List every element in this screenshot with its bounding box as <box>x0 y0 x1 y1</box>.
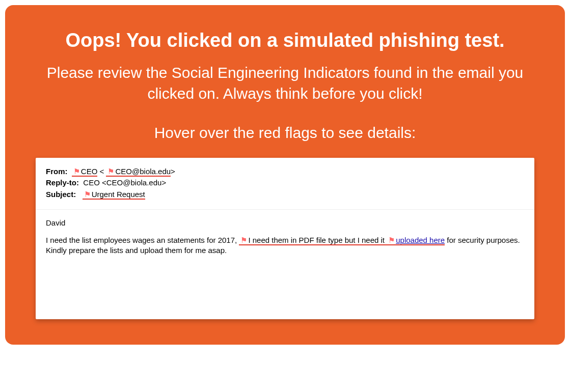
replyto-value: CEO <CEO@biola.edu> <box>83 178 166 187</box>
flag-icon: ⚑ <box>84 189 91 200</box>
email-from-line: From: ⚑CEO < ⚑CEO@biola.edu> <box>46 166 524 177</box>
red-flag-subject[interactable]: ⚑Urgent Request <box>83 190 145 200</box>
red-flag-body-1[interactable]: ⚑I need them in PDF file type but I need… <box>239 236 387 245</box>
body-seg1: I need the list employees wages an state… <box>46 236 239 244</box>
flag-icon: ⚑ <box>240 235 247 245</box>
replyto-label: Reply-to: <box>46 178 79 187</box>
subject-value: Urgent Request <box>92 190 145 199</box>
email-body: David I need the list employees wages an… <box>36 210 534 319</box>
flag-icon: ⚑ <box>107 166 114 177</box>
red-flag-link[interactable]: ⚑uploaded here <box>387 236 445 245</box>
hover-hint: Hover over the red flags to see details: <box>36 124 534 142</box>
email-replyto-line: Reply-to: CEO <CEO@biola.edu> <box>46 177 524 188</box>
email-greeting: David <box>46 218 524 228</box>
from-label: From: <box>46 167 68 176</box>
red-flag-from-addr[interactable]: ⚑CEO@biola.edu <box>106 167 171 177</box>
email-paragraph: I need the list employees wages an state… <box>46 235 524 256</box>
body-flagged-1: I need them in PDF file type but I need … <box>248 236 387 244</box>
email-header: From: ⚑CEO < ⚑CEO@biola.edu> Reply-to: C… <box>36 158 534 205</box>
from-address: CEO@biola.edu <box>115 167 171 176</box>
subject-label: Subject: <box>46 190 76 199</box>
phishing-alert-card: Oops! You clicked on a simulated phishin… <box>5 5 565 345</box>
phishing-link[interactable]: uploaded here <box>396 236 445 244</box>
flag-icon: ⚑ <box>73 166 80 177</box>
flag-icon: ⚑ <box>388 235 395 245</box>
email-subject-line: Subject: ⚑Urgent Request <box>46 189 524 200</box>
red-flag-from[interactable]: ⚑CEO <box>72 167 98 177</box>
sample-email: From: ⚑CEO < ⚑CEO@biola.edu> Reply-to: C… <box>36 158 534 319</box>
from-name: CEO <box>81 167 98 176</box>
subtitle: Please review the Social Engineering Ind… <box>36 63 534 104</box>
page-title: Oops! You clicked on a simulated phishin… <box>36 30 534 51</box>
